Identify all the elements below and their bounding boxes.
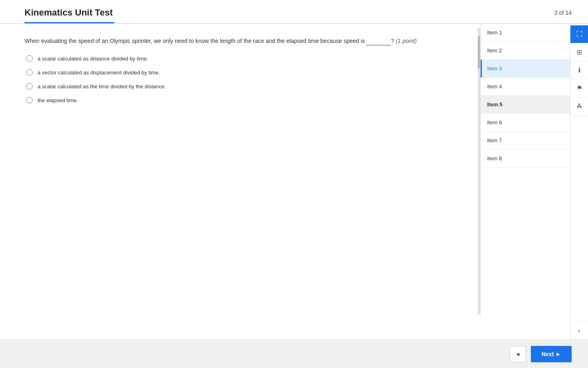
option-2[interactable]: a vector calculated as displacement divi… <box>26 69 461 76</box>
question-mark: ? <box>391 38 396 44</box>
sidebar-item-4[interactable]: Item 4 <box>481 78 570 96</box>
question-text-before: When evaluating the speed of an Olympic … <box>24 38 365 44</box>
option-3-label: a scalar calculated as the time divided … <box>38 83 166 90</box>
sidebar-item-3[interactable]: Item 3 <box>481 60 570 78</box>
main-layout: When evaluating the speed of an Olympic … <box>0 24 588 318</box>
header: Kinematics Unit Test 3 of 14 <box>0 0 588 22</box>
answer-options: a scalar calculated as distance divided … <box>26 55 461 103</box>
info-icon[interactable]: ℹ <box>570 61 588 79</box>
sidebar-item-8[interactable]: Item 8 <box>481 150 570 168</box>
sidebar-item-6[interactable]: Item 6 <box>481 114 570 132</box>
option-1[interactable]: a scalar calculated as distance divided … <box>26 55 461 62</box>
footer: ◄ Next ► <box>0 339 588 368</box>
item-sidebar: Item 1Item 2Item 3Item 4Item 5Item 6Item… <box>480 24 570 318</box>
radio-2[interactable] <box>26 69 33 76</box>
next-label: Next ► <box>541 351 561 357</box>
option-3[interactable]: a scalar calculated as the time divided … <box>26 83 461 90</box>
question-blank <box>366 36 391 45</box>
option-1-label: a scalar calculated as distance divided … <box>38 56 148 62</box>
radio-1[interactable] <box>26 55 33 62</box>
radio-4[interactable] <box>26 97 33 103</box>
scroll-thumb[interactable] <box>478 36 480 69</box>
tool-panel: ⛶⊞ℹ⚑A̶‹ <box>570 24 588 318</box>
strikethrough-icon[interactable]: A̶ <box>570 97 588 115</box>
question-points: (1 point) <box>396 38 416 44</box>
option-2-label: a vector calculated as displacement divi… <box>38 70 160 76</box>
question-text: When evaluating the speed of an Olympic … <box>24 36 461 45</box>
progress-indicator: 3 of 14 <box>554 9 572 16</box>
prev-button[interactable]: ◄ <box>510 346 526 362</box>
sidebar-item-7[interactable]: Item 7 <box>481 132 570 150</box>
option-4-label: the elapsed time. <box>38 97 78 103</box>
scroll-track <box>478 28 480 314</box>
page-title: Kinematics Unit Test <box>24 7 113 18</box>
question-area: When evaluating the speed of an Olympic … <box>0 24 478 318</box>
fullscreen-icon[interactable]: ⛶ <box>570 25 588 43</box>
grid-icon[interactable]: ⊞ <box>570 43 588 61</box>
next-button[interactable]: Next ► <box>531 346 572 362</box>
radio-3[interactable] <box>26 83 33 90</box>
sidebar-item-1[interactable]: Item 1 <box>481 24 570 42</box>
sidebar-item-2[interactable]: Item 2 <box>481 42 570 60</box>
flag-icon[interactable]: ⚑ <box>570 79 588 97</box>
collapse-icon[interactable]: ‹ <box>570 321 588 339</box>
sidebar-item-5[interactable]: Item 5 <box>481 96 570 114</box>
option-4[interactable]: the elapsed time. <box>26 97 461 103</box>
